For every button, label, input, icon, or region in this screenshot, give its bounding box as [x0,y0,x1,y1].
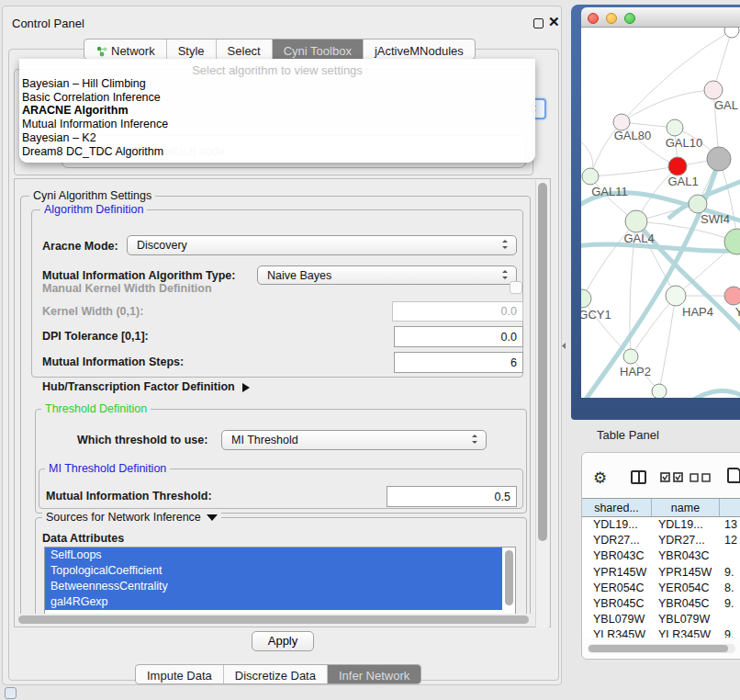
minimize-traffic-light[interactable] [606,13,617,24]
network-node[interactable] [652,384,667,398]
network-node[interactable] [724,28,739,38]
mi-algorithm-type-combo[interactable]: Naive Bayes [257,265,517,285]
select-all-checkboxes-icon[interactable] [660,472,684,483]
close-icon[interactable]: ✕ [548,14,560,30]
zoom-traffic-light[interactable] [624,13,635,24]
mi-threshold-field[interactable]: 0.5 [387,486,517,507]
node-label: SWI4 [701,212,730,226]
gear-icon[interactable]: ⚙ [593,469,607,488]
table-cell: YPR145W [658,565,712,581]
network-node-gal4[interactable] [625,210,647,232]
attribute-item[interactable]: BetweennessCentrality [45,579,502,594]
tab-select[interactable]: Select [217,40,273,59]
network-graph: GALGAL80GAL10GAL1GAL11SWI4GAL4GCY1HAP4YH… [581,28,740,398]
column-header[interactable]: shared... [582,499,652,516]
table-row[interactable]: YDL19...YDL19...13 [582,517,740,533]
hub-definition-expander[interactable]: Hub/Transcription Factor Definition [42,380,254,393]
settings-scroll-area: Cyni Algorithm Settings Algorithm Defini… [14,178,551,627]
which-threshold-combo[interactable]: MI Threshold [221,430,487,450]
table-cell: 9. [724,627,734,638]
mi-steps-label: Mutual Information Steps: [42,356,184,368]
table-cell: YDR27... [658,533,705,548]
attribute-item[interactable]: TopologicalCoefficient [45,563,502,579]
table-row[interactable]: YLR345WYLR345W9. [582,627,740,638]
table-body: YDL19...YDL19...13YDR27...YDR27...12YBR0… [582,517,740,638]
network-node-gcy1[interactable] [581,289,591,308]
network-canvas[interactable]: GALGAL80GAL10GAL1GAL11SWI4GAL4GCY1HAP4YH… [581,28,740,398]
kernel-width-field[interactable]: 0.0 [392,301,523,322]
column-header[interactable]: A [720,499,740,516]
table-row[interactable]: YDR27...YDR27...12 [582,533,740,548]
cyni-settings-title: Cyni Algorithm Settings [29,189,155,202]
attribute-item[interactable]: gal4RGexp [45,594,502,610]
apply-button[interactable]: Apply [252,631,314,651]
table-horizontal-scrollbar[interactable] [588,644,735,653]
table-panel: ⚙ shared...nameA YDL19...YDL19...13YDR27… [581,452,740,660]
sources-title[interactable]: Sources for Network Inference [42,511,221,526]
table-row[interactable]: YPR145WYPR145W9. [582,565,740,581]
mi-type-label: Mutual Information Algorithm Type: [42,269,235,282]
kernel-width-label: Kernel Width (0,1): [42,305,143,318]
column-header[interactable]: name [652,499,720,516]
algorithm-option[interactable]: Mutual Information Inference [19,118,535,131]
network-icon [95,45,107,57]
columns-icon[interactable] [631,470,646,484]
tab-impute-data[interactable]: Impute Data [136,665,224,683]
algorithm-dropdown-popup: Select algorithm to view settings Bayesi… [19,59,535,163]
table-cell: YLR345W [658,627,711,638]
node-label: GAL [714,98,738,112]
network-node-gal11[interactable] [582,168,599,185]
table-cell: YBR045C [593,596,645,612]
aracne-mode-label: Aracne Mode: [42,240,118,253]
network-node-y[interactable] [724,287,740,305]
table-cell: YBL079W [593,612,645,627]
splitter-handle-icon[interactable] [562,343,566,349]
tab-jactivemnodules[interactable]: jActiveMNodules [364,40,475,59]
table-row[interactable]: YBL079WYBL079W [582,612,740,627]
settings-horizontal-scrollbar[interactable] [16,614,535,626]
algorithm-option[interactable]: ARACNE Algorithm [19,104,535,118]
settings-vertical-scrollbar[interactable] [535,180,549,627]
table-row[interactable]: YER054CYER054C8. [582,581,740,596]
tab-style[interactable]: Style [167,40,217,59]
mi-steps-field[interactable]: 6 [394,352,523,373]
which-threshold-label: Which threshold to use: [77,434,207,446]
new-table-icon[interactable] [727,468,740,483]
list-scrollbar[interactable] [505,550,513,605]
manual-kernel-label: Manual Kernel Width Definition [42,282,212,295]
network-node-hap4[interactable] [666,286,686,306]
algorithm-option[interactable]: Dream8 DC_TDC Algorithm [19,145,535,159]
table-row[interactable]: YBR045CYBR045C9. [582,596,740,612]
which-threshold-value: MI Threshold [231,434,298,446]
table-cell: YBR043C [593,548,645,564]
tab-cyni-toolbox[interactable]: Cyni Toolbox [273,40,364,59]
minimized-panel-icon[interactable] [5,687,17,699]
dpi-tolerance-field[interactable]: 0.0 [394,326,523,347]
attribute-item[interactable]: SelfLoops [45,548,502,563]
algorithm-option[interactable]: Basic Correlation Inference [19,91,535,105]
network-node[interactable] [707,147,731,171]
float-window-icon[interactable] [533,18,544,28]
network-node-gal10[interactable] [667,119,683,136]
deselect-all-checkboxes-icon[interactable] [690,473,712,482]
table-cell: 13 [724,517,737,533]
data-attributes-list[interactable]: SelfLoopsTopologicalCoefficientBetweenne… [44,547,516,614]
table-cell: YLR345W [593,627,645,638]
network-node-gal[interactable] [704,81,723,99]
manual-kernel-checkbox[interactable] [510,281,522,294]
tab-discretize-data[interactable]: Discretize Data [224,665,328,683]
network-node-gal1[interactable] [668,157,687,175]
aracne-mode-combo[interactable]: Discovery [127,235,517,255]
table-row[interactable]: YBR043CYBR043C [582,548,740,564]
network-node-hap2[interactable] [623,349,638,364]
table-cell: YPR145W [593,565,646,581]
close-traffic-light[interactable] [588,13,599,24]
table-header-row: shared...nameA [582,498,740,517]
tab-infer-network[interactable]: Infer Network [328,665,420,683]
tab-network[interactable]: Network [84,40,167,59]
algorithm-option[interactable]: Bayesian – Hill Climbing [19,77,535,91]
algorithm-option[interactable]: Bayesian – K2 [19,131,535,145]
network-window-titlebar[interactable] [581,7,740,28]
expander-collapsed-icon [242,383,254,392]
network-node-swi4[interactable] [689,195,707,213]
